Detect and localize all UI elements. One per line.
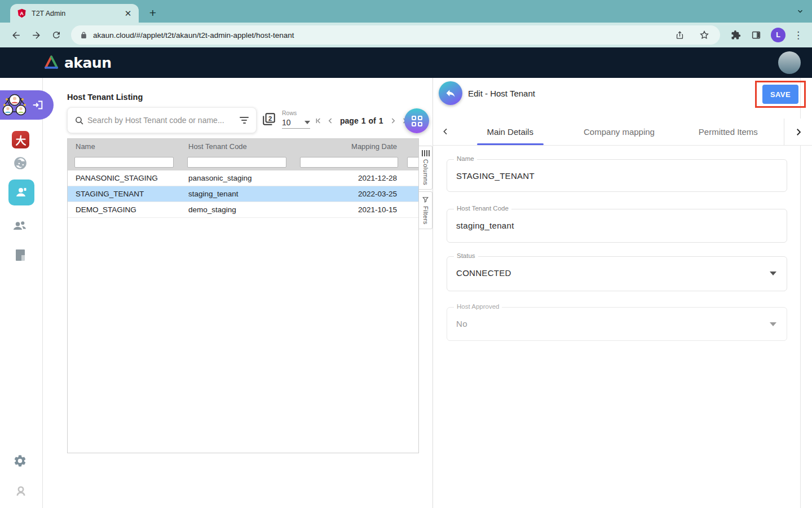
sidebar-account[interactable] [14, 484, 28, 498]
page-total: 1 [379, 116, 383, 125]
col-header-date[interactable]: Mapping Date [293, 139, 405, 154]
name-field-label: Name [454, 155, 477, 162]
rows-per-page[interactable]: Rows 10 [282, 110, 310, 129]
columns-side-tab[interactable]: Columns [419, 146, 433, 190]
funnel-icon [422, 196, 429, 203]
tabs-scroll-right-icon[interactable] [784, 119, 812, 145]
search-input[interactable] [87, 116, 239, 125]
listing-title: Host Tenant Listing [67, 93, 143, 102]
filters-label: Filters [422, 206, 429, 225]
host-approved-select: Host Approved No [447, 307, 787, 341]
sidebar-item-profile-app[interactable] [13, 156, 28, 170]
editor-title: Edit - Host Tenant [468, 89, 535, 98]
col-header-code[interactable]: Host Tenant Code [180, 139, 293, 154]
rows-label: Rows [282, 110, 310, 116]
active-tab-underline [477, 143, 544, 145]
back-icon[interactable] [8, 27, 24, 43]
cell-code: panasonic_staging [180, 174, 293, 182]
page-size-frames-icon[interactable]: 2 [262, 112, 276, 129]
filter-list-icon[interactable] [239, 117, 249, 124]
columns-icon [422, 150, 430, 156]
filters-side-tab[interactable]: Filters [419, 191, 433, 229]
name-field[interactable]: Name STAGING_TENANT [447, 159, 787, 192]
tab-permitted-items[interactable]: Permitted Items [674, 119, 783, 145]
table-row-selected[interactable]: STAGING_TENANT staging_tenant 2022-03-25 [68, 186, 418, 202]
user-avatar[interactable] [778, 51, 801, 74]
first-page-icon[interactable] [314, 116, 323, 125]
host-approved-caret-icon [770, 322, 776, 326]
status-caret-icon [770, 271, 776, 275]
status-select[interactable]: Status CONNECTED [447, 256, 787, 291]
host-tenant-listing-panel: Host Tenant Listing 2 Rows 10 [43, 78, 433, 508]
akaun-logo[interactable]: akaun [43, 55, 111, 71]
save-button[interactable]: SAVE [762, 85, 798, 104]
of-label: of [368, 116, 376, 125]
back-arrow-icon [445, 87, 456, 99]
cell-code: staging_tenant [180, 190, 293, 198]
back-button[interactable] [439, 81, 462, 105]
table-row[interactable]: PANASONIC_STAGING panasonic_staging 2021… [68, 170, 418, 186]
filter-input-extra[interactable] [407, 157, 419, 168]
tab-search-chevron-icon[interactable] [796, 7, 804, 17]
page-label: page [340, 116, 359, 125]
svg-text:2: 2 [268, 115, 272, 122]
table-row[interactable]: DEMO_STAGING demo_staging 2021-10-15 [68, 202, 418, 218]
browser-tabstrip: A T2T Admin ✕ + [0, 0, 812, 23]
person-outline-icon [14, 484, 28, 498]
logo-text: akaun [64, 55, 111, 71]
app-navbar: akaun [0, 47, 812, 78]
reload-icon[interactable] [48, 27, 64, 43]
rows-caret-icon [304, 121, 310, 124]
host-tenant-table: Name Host Tenant Code Mapping Date PANAS… [67, 138, 419, 453]
host-tenant-code-value: staging_tenant [447, 209, 787, 230]
next-page-icon[interactable] [389, 116, 398, 125]
host-tenant-code-field[interactable]: Host Tenant Code staging_tenant [447, 209, 787, 243]
person-badge-icon [15, 186, 28, 199]
tab-close-icon[interactable]: ✕ [123, 8, 133, 19]
face-icon [13, 156, 28, 170]
filter-input-date[interactable] [300, 157, 398, 168]
tab-main-details[interactable]: Main Details [456, 119, 564, 145]
forward-icon[interactable] [28, 27, 44, 43]
sidebar-item-users[interactable] [12, 218, 28, 234]
people-network-image [1, 91, 28, 119]
name-field-value: STAGING_TENANT [447, 160, 787, 181]
prev-page-icon[interactable] [326, 116, 335, 125]
gear-icon [13, 454, 27, 468]
host-approved-value: No [447, 308, 787, 329]
sidebar-item-t2t-applet[interactable] [0, 90, 54, 120]
col-header-name[interactable]: Name [68, 139, 180, 154]
search-box[interactable] [67, 107, 257, 133]
sidebar-item-red-app[interactable] [12, 131, 29, 148]
page-current: 1 [361, 116, 366, 125]
akaun-triangle-icon [43, 55, 60, 71]
tab-company-mapping[interactable]: Company mapping [564, 119, 673, 145]
url-bar[interactable]: akaun.cloud/#/applet/t2t/akaun/t2t-admin… [71, 25, 720, 45]
people-icon [12, 218, 28, 234]
side-panel-icon[interactable] [748, 27, 764, 43]
enter-applet-icon [32, 99, 44, 111]
browser-tab[interactable]: A T2T Admin ✕ [10, 4, 139, 23]
share-icon[interactable] [673, 28, 686, 42]
sidebar-settings[interactable] [13, 454, 27, 468]
browser-menu-kebab-icon[interactable]: ⋮ [793, 29, 803, 41]
lock-icon [80, 31, 87, 40]
extensions-puzzle-icon[interactable] [728, 27, 744, 43]
book-icon [15, 248, 26, 262]
cell-date: 2022-03-25 [293, 190, 405, 198]
cell-name: DEMO_STAGING [68, 205, 180, 214]
filter-input-name[interactable] [74, 157, 174, 168]
host-approved-label: Host Approved [454, 303, 502, 310]
col-header-extra [405, 139, 419, 154]
tabs-scroll-left-icon[interactable] [441, 127, 450, 138]
status-value: CONNECTED [447, 257, 787, 278]
sidebar-item-host-tenant-active[interactable] [8, 179, 34, 205]
svg-text:A: A [20, 11, 24, 16]
new-tab-button[interactable]: + [145, 6, 160, 20]
bookmark-star-icon[interactable] [698, 28, 711, 42]
sidebar-item-ledger[interactable] [15, 248, 26, 262]
cell-name: STAGING_TENANT [68, 190, 180, 198]
browser-profile-avatar[interactable]: L [771, 28, 785, 42]
filter-input-code[interactable] [187, 157, 286, 168]
applet-grid-button[interactable] [404, 108, 429, 133]
